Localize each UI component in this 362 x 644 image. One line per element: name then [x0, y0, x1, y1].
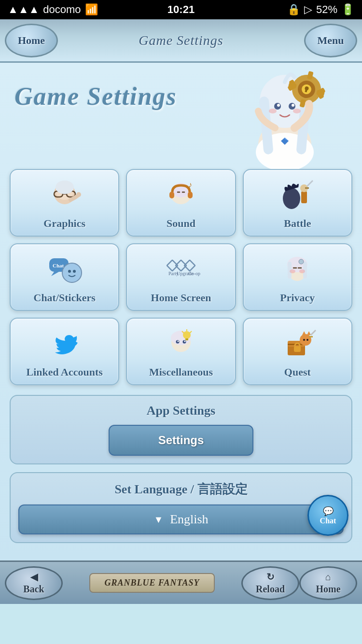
- dropdown-arrow-icon: ▼: [153, 514, 163, 525]
- header-section: Game Settings: [10, 68, 352, 164]
- svg-point-32: [56, 181, 74, 194]
- chat-button[interactable]: 💬 Chat: [307, 495, 348, 536]
- svg-point-51: [73, 270, 76, 273]
- home-screen-label: Home Screen: [151, 292, 211, 304]
- svg-point-66: [299, 259, 304, 264]
- wifi-icon: 📶: [85, 3, 98, 16]
- svg-rect-89: [309, 336, 313, 337]
- graphics-card[interactable]: Graphics: [10, 169, 119, 237]
- reload-label: Reload: [256, 584, 285, 595]
- battery-icon: 🔋: [341, 3, 354, 16]
- game-logo: GRANBLUE FANTASY: [89, 573, 215, 593]
- status-left: ▲▲▲ docomo 📶: [8, 3, 98, 16]
- svg-point-50: [68, 270, 71, 273]
- bottom-nav: ◀ Back GRANBLUE FANTASY ↻ Reload ⌂ Home: [0, 560, 362, 604]
- nav-title: Game Settings: [139, 33, 223, 48]
- svg-point-86: [303, 339, 305, 341]
- character-illustration: [217, 63, 352, 169]
- quest-label: Quest: [284, 366, 311, 378]
- svg-point-11: [293, 109, 301, 113]
- chat-stickers-card[interactable]: Chat Chat/Stickers: [10, 243, 119, 311]
- language-value: English: [170, 512, 208, 527]
- svg-point-49: [62, 263, 82, 282]
- svg-marker-84: [302, 331, 306, 335]
- back-label: Back: [23, 584, 44, 595]
- svg-rect-74: [185, 338, 188, 340]
- svg-text:Chat: Chat: [53, 263, 64, 268]
- graphics-label: Graphics: [43, 217, 85, 230]
- battle-icon: [278, 177, 317, 215]
- sound-label: Sound: [167, 217, 195, 230]
- miscellaneous-icon: [162, 325, 200, 364]
- home-button[interactable]: Home: [5, 24, 58, 57]
- language-select-row: ▼ English 💬 Chat: [18, 504, 344, 534]
- chat-icon: 💬: [323, 506, 334, 517]
- menu-button[interactable]: Menu: [304, 24, 357, 57]
- svg-rect-45: [305, 187, 309, 189]
- home-screen-icon: Party Upgrade Co-op: [162, 251, 200, 290]
- linked-accounts-card[interactable]: Linked Accounts: [10, 318, 119, 385]
- home-bottom-icon: ⌂: [325, 572, 331, 583]
- back-button[interactable]: ◀ Back: [5, 566, 63, 600]
- home-button-label: Home: [18, 34, 45, 47]
- sound-card[interactable]: ♪ Sound: [126, 169, 236, 237]
- svg-line-88: [311, 330, 316, 335]
- settings-grid: Graphics ♪ Sound: [10, 169, 352, 385]
- chat-stickers-icon: Chat: [45, 251, 84, 290]
- menu-button-label: Menu: [318, 34, 344, 47]
- privacy-label: Privacy: [280, 292, 315, 304]
- svg-point-10: [269, 109, 277, 113]
- quest-icon: [278, 325, 317, 364]
- svg-point-72: [184, 341, 185, 342]
- svg-marker-47: [51, 272, 59, 276]
- location-icon: ▷: [304, 3, 312, 16]
- top-nav: Home Game Settings Menu: [0, 19, 362, 63]
- linked-accounts-label: Linked Accounts: [27, 366, 103, 378]
- svg-marker-85: [307, 331, 311, 335]
- signal-icon: ▲▲▲: [8, 3, 39, 16]
- language-dropdown[interactable]: ▼ English: [18, 504, 344, 534]
- linked-accounts-icon: [45, 325, 84, 364]
- chat-stickers-label: Chat/Stickers: [34, 292, 96, 304]
- status-right: 🔒 ▷ 52% 🔋: [287, 3, 354, 16]
- privacy-card[interactable]: Privacy: [243, 243, 352, 311]
- svg-text:♪: ♪: [188, 181, 192, 189]
- home-screen-card[interactable]: Party Upgrade Co-op Home Screen: [126, 243, 236, 311]
- miscellaneous-label: Miscellaneous: [149, 366, 213, 378]
- svg-line-77: [190, 331, 192, 333]
- svg-rect-36: [169, 192, 174, 198]
- privacy-icon: [278, 251, 317, 290]
- miscellaneous-card[interactable]: Miscellaneous: [126, 318, 236, 385]
- status-time: 10:21: [167, 3, 195, 16]
- home-bottom-button[interactable]: ⌂ Home: [299, 566, 357, 600]
- svg-point-71: [177, 341, 179, 342]
- quest-card[interactable]: Quest: [243, 318, 352, 385]
- app-settings-title: App Settings: [18, 404, 344, 418]
- svg-point-87: [306, 339, 308, 341]
- svg-point-73: [183, 331, 191, 339]
- reload-button[interactable]: ↻ Reload: [241, 566, 299, 600]
- svg-point-8: [277, 104, 280, 107]
- back-icon: ◀: [30, 571, 38, 583]
- battery-label: 52%: [316, 3, 337, 16]
- battle-card[interactable]: Battle: [243, 169, 352, 237]
- settings-button[interactable]: Settings: [109, 425, 253, 456]
- battle-label: Battle: [284, 217, 311, 230]
- chat-label: Chat: [320, 517, 336, 525]
- graphics-icon: [45, 177, 84, 215]
- language-section-title: Set Language / 言語設定: [18, 481, 344, 498]
- lock-icon: 🔒: [287, 3, 300, 16]
- carrier-label: docomo: [43, 3, 81, 16]
- main-content: Game Settings: [0, 63, 362, 560]
- svg-text:Co-op: Co-op: [188, 271, 200, 276]
- svg-point-33: [76, 192, 81, 197]
- svg-rect-37: [188, 192, 193, 198]
- svg-point-65: [299, 269, 305, 273]
- sound-icon: ♪: [162, 177, 200, 215]
- svg-point-64: [290, 269, 295, 273]
- language-section: Set Language / 言語設定 ▼ English 💬 Chat: [10, 472, 352, 543]
- app-settings-section: App Settings Settings: [10, 395, 352, 464]
- bottom-center: GRANBLUE FANTASY: [63, 566, 241, 600]
- svg-line-44: [307, 181, 313, 186]
- status-bar: ▲▲▲ docomo 📶 10:21 🔒 ▷ 52% 🔋: [0, 0, 362, 19]
